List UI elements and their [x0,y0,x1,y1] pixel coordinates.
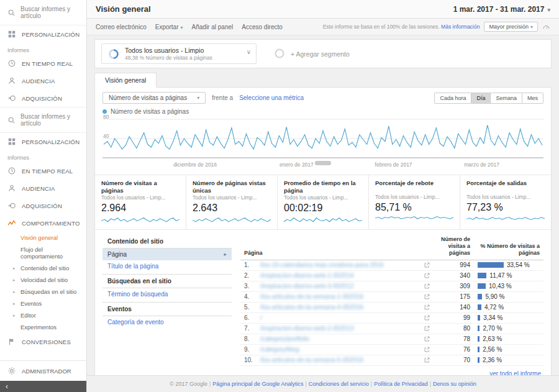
footer: © 2017 Google|Página principal de Google… [87,375,559,392]
row-pct: 5,90 % [474,291,543,302]
legend-dot [102,109,107,114]
date-range-selector[interactable]: 1 mar. 2017 - 31 mar. 2017▾ [453,5,550,14]
page-link[interactable]: /inspiracion-diseno-web-1-002014 [260,272,354,279]
dimension-item-termino-de-busqueda[interactable]: Término de búsqueda [102,288,232,300]
open-in-new-icon[interactable] [424,283,430,289]
page-link[interactable]: /los-articulos-de-la-semana-4-002016 [260,304,363,311]
pct-label: 5,90 % [485,293,504,300]
toolbar-action-exportar[interactable]: Exportar▾ [155,24,183,30]
granularity-cada-hora[interactable]: Cada hora [434,93,471,104]
dimension-item-pagina[interactable]: Página▸ [102,248,232,260]
acquisition-icon [7,94,16,103]
footer-link-pagina-principal-de-google-analytics[interactable]: Página principal de Google Analytics [212,381,303,387]
stat-card-value: 77,23 % [466,202,545,213]
stat-card-promedio-de-tiempo-en-la-pagina[interactable]: Promedio de tiempo en la páginaTodos los… [278,175,369,229]
open-in-new-icon[interactable] [424,335,430,342]
sidebar-subitem-flujo-del-comportamiento[interactable]: Flujo del comportamiento [0,244,86,262]
dimension-item-titulo-de-la-pagina[interactable]: Título de la página [102,260,232,272]
more-info-link[interactable]: Más información [441,24,479,30]
chart-scroll-handle[interactable] [315,161,331,165]
open-in-new-icon[interactable] [424,293,430,300]
sidebar-subitem-eventos[interactable]: ▸Eventos [0,298,86,309]
page-link[interactable]: /category/blog [260,346,299,353]
page-link[interactable]: /los-articulos-de-la-semana-1-002016 [260,293,363,300]
toolbar-action-correo-electronico[interactable]: Correo electrónico [96,24,147,30]
sidebar-item-personalizacion[interactable]: PERSONALIZACIÓN [0,133,86,150]
open-in-new-icon[interactable] [424,357,430,363]
sidebar-item-en-tiempo-real[interactable]: EN TIEMPO REAL [0,162,86,180]
sidebar-item-personalizacion[interactable]: PERSONALIZACIÓN [0,25,86,43]
sidebar-item-audiencia[interactable]: AUDIENCIA [0,72,86,89]
view-full-report-link[interactable]: ver todo el informe [489,370,541,376]
row-rank: 6. [240,312,257,323]
page-link[interactable]: /category/portfolio [260,335,310,342]
column-header-pageviews[interactable]: Número de visitas a páginas [434,235,474,260]
page-link[interactable]: /los-10-calendarios-mas-creativos-para-2… [260,262,384,268]
row-pageviews-value: 309 [434,281,474,291]
stat-card-title: Porcentaje de rebote [375,180,453,194]
sidebar-search[interactable]: Buscar informes y artículo [0,107,86,133]
toolbar-action-anadir-al-panel[interactable]: Añadir al panel [192,24,234,30]
sidebar-item-audiencia[interactable]: AUDIENCIA [0,180,86,197]
stat-card-porcentaje-de-rebote[interactable]: Porcentaje de reboteTodos los usuarios -… [369,175,460,229]
sidebar-subitem-vision-general[interactable]: Visión general [0,232,86,244]
toolbar-right: Este informe se basa en el 100% de las s… [323,22,550,32]
footer-link-denos-su-opinion[interactable]: Denos su opinión [433,381,476,387]
sidebar-item-conversiones[interactable]: CONVERSIONES [0,333,86,350]
pct-bar [478,273,486,278]
stat-card-numero-de-visitas-a-paginas[interactable]: Número de visitas a páginasTodos los usu… [95,175,186,229]
open-in-new-icon[interactable] [424,346,430,353]
granularity-dia[interactable]: Día [471,93,491,104]
sidebar-item-adquisicion[interactable]: ADQUISICIÓN [0,197,86,214]
open-in-new-icon[interactable] [424,304,430,311]
page-link[interactable]: / [260,314,262,321]
sidebar-search[interactable]: Buscar informes y artículo [0,0,86,25]
footer-link-politica-de-privacidad[interactable]: Política de Privacidad [374,381,428,387]
row-rank: 8. [240,334,257,344]
segment-subtitle: 48,38 % Número de visitas a páginas [125,55,212,61]
page-link[interactable]: /inspiracion-diseno-web-3-002012 [260,283,354,289]
toolbar-action-acceso-directo[interactable]: Acceso directo [242,24,283,30]
segment-chip-all-users[interactable]: Todos los usuarios - Limpio 48,38 % Núme… [101,43,257,64]
page-link[interactable]: /inspiracion-diseno-web-2-002013 [260,325,354,332]
row-pct: 2,36 % [474,355,543,365]
timeline-chart [102,117,543,160]
add-segment-button[interactable]: + Agregar segmento [268,45,356,63]
dimension-item-categoria-de-evento[interactable]: Categoría de evento [102,316,232,328]
open-in-new-icon[interactable] [424,272,430,279]
open-in-new-icon[interactable] [424,314,430,321]
precision-selector[interactable]: Mayor precisión▾ [484,22,538,32]
sidebar-item-adquisicion[interactable]: ADQUISICIÓN [0,89,86,107]
select-metric-link[interactable]: Seleccione una métrica [239,94,304,101]
report-content: Todos los usuarios - Limpio 48,38 % Núme… [87,35,559,375]
stat-card-porcentaje-de-salidas[interactable]: Porcentaje de salidasTodos los usuarios … [460,175,551,229]
column-header-page[interactable]: Página [240,235,434,260]
column-header-pct-pageviews[interactable]: % Número de visitas a páginas [474,235,543,260]
row-pct: 10,43 % [474,281,543,291]
sidebar-item-en-tiempo-real[interactable]: EN TIEMPO REAL [0,55,86,72]
open-in-new-icon[interactable] [424,262,430,268]
row-page: /inspiracion-diseno-web-1-002014 [257,270,434,281]
metric-controls: Número de visitas a páginas▾ frente a Se… [95,88,551,108]
page-link[interactable]: /los-articulos-de-la-semana-5-002016 [260,357,363,363]
tab-vision-general[interactable]: Visión general [94,73,157,88]
granularity-mes[interactable]: Mes [522,93,543,104]
sidebar-item-comportamiento[interactable]: COMPORTAMIENTO [0,214,86,232]
sidebar-item-administrador[interactable]: ADMINISTRADOR [0,360,86,381]
stat-card-numero-de-paginas-vistas-unicas[interactable]: Número de páginas vistas únicasTodos los… [186,175,278,229]
row-page: /los-articulos-de-la-semana-5-002016 [257,355,434,365]
timeline-chart-area: 8040 [102,117,543,160]
footer-link-condiciones-del-servicio[interactable]: Condiciones del servicio [309,381,369,387]
sidebar-collapse-button[interactable]: ‹ [0,381,86,392]
sidebar-subitem-editor[interactable]: ▸Editor [0,309,86,321]
sidebar-subitem-busquedas-en-el-sitio[interactable]: ▸Búsquedas en el sitio [0,286,86,298]
pct-label: 4,72 % [484,304,504,311]
open-in-new-icon[interactable] [424,325,430,332]
table-row: 5./los-articulos-de-la-semana-4-00201614… [240,302,543,312]
sidebar-subitem-velocidad-del-sitio[interactable]: ▸Velocidad del sitio [0,274,86,286]
sidebar-subitem-experimentos[interactable]: Experimentos [0,321,86,333]
metric-selector[interactable]: Número de visitas a páginas▾ [102,92,206,104]
flag-icon [7,337,16,346]
sidebar-subitem-contenido-del-sitio[interactable]: ▸Contenido del sitio [0,262,86,274]
granularity-semana[interactable]: Semana [491,93,522,104]
